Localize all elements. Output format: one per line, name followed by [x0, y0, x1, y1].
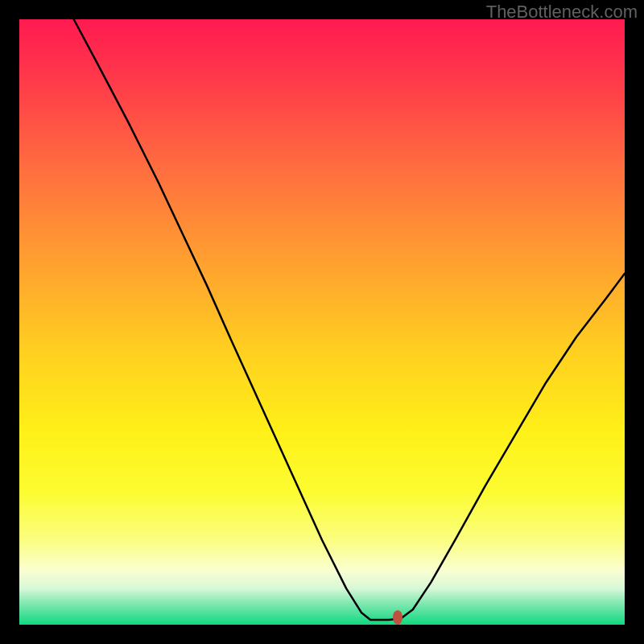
- plot-area: [19, 19, 625, 625]
- watermark-text: TheBottleneck.com: [486, 2, 638, 23]
- minimum-marker: [393, 610, 402, 625]
- bottleneck-chart: TheBottleneck.com: [0, 0, 644, 644]
- chart-svg: [0, 0, 644, 644]
